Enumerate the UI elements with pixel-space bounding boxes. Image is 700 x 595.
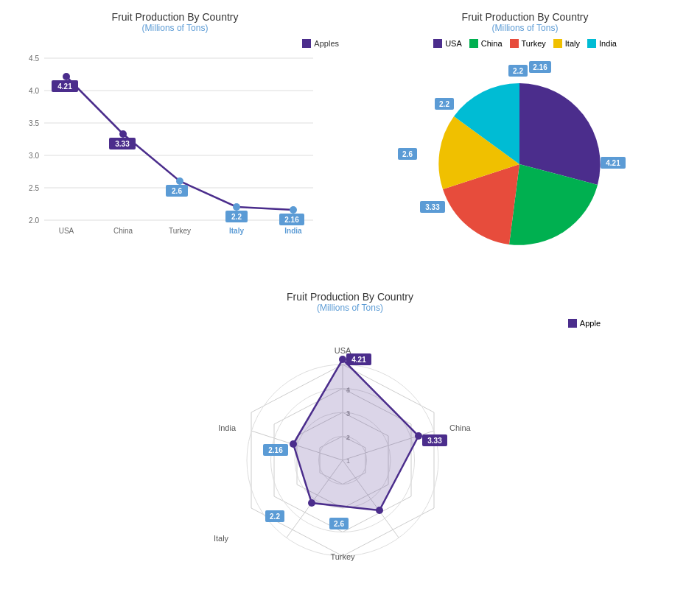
svg-text:Italy: Italy xyxy=(229,227,244,235)
line-chart-subtitle: (Millions of Tons) xyxy=(11,23,339,33)
line-point-usa xyxy=(63,73,70,80)
apples-legend-box xyxy=(302,39,311,48)
svg-text:4.5: 4.5 xyxy=(29,54,39,63)
svg-text:3.33: 3.33 xyxy=(427,437,442,445)
svg-text:2.16: 2.16 xyxy=(284,216,299,224)
radar-label-india: India xyxy=(218,423,237,432)
svg-text:USA: USA xyxy=(59,227,74,235)
svg-text:2.2: 2.2 xyxy=(513,67,523,75)
svg-text:Turkey: Turkey xyxy=(169,227,191,235)
radar-chart-subtitle: (Millions of Tons) xyxy=(11,303,689,313)
line-point-italy xyxy=(233,203,240,211)
svg-text:3.33: 3.33 xyxy=(115,140,130,148)
svg-text:4.0: 4.0 xyxy=(29,87,39,95)
svg-text:3.0: 3.0 xyxy=(29,152,39,160)
line-point-china xyxy=(119,130,127,138)
svg-text:2.6: 2.6 xyxy=(172,187,182,195)
svg-text:2.5: 2.5 xyxy=(29,184,39,192)
svg-text:2.16: 2.16 xyxy=(533,63,547,71)
svg-text:2.6: 2.6 xyxy=(334,520,344,528)
line-point-turkey xyxy=(176,177,183,185)
pie-chart-title: Fruit Production By Country xyxy=(361,11,689,23)
radar-point-turkey xyxy=(376,507,383,514)
line-legend-apples: Apples xyxy=(302,39,339,48)
radar-chart-panel: Fruit Production By Country (Millions of… xyxy=(0,280,700,589)
svg-text:2.2: 2.2 xyxy=(270,513,280,521)
svg-text:2.2: 2.2 xyxy=(439,100,449,108)
svg-text:2.16: 2.16 xyxy=(268,446,283,454)
line-point-india xyxy=(290,206,297,214)
radar-point-italy xyxy=(308,499,315,507)
pie-chart-panel: Fruit Production By Country (Millions of… xyxy=(350,0,700,280)
pie-chart-subtitle: (Millions of Tons) xyxy=(361,23,689,33)
radar-chart-title: Fruit Production By Country xyxy=(11,291,689,303)
svg-text:4.21: 4.21 xyxy=(57,82,72,91)
svg-text:2.6: 2.6 xyxy=(402,150,413,158)
radar-legend: Apple xyxy=(11,319,689,328)
pie-legend-india: India xyxy=(587,39,617,48)
svg-text:India: India xyxy=(284,227,302,235)
line-chart-svg: 4.5 4.0 3.5 3.0 2.5 2.0 USA China Turkey… xyxy=(11,51,321,250)
line-chart-legend: Apples xyxy=(11,39,339,48)
radar-label-china: China xyxy=(449,423,472,432)
line-chart-title: Fruit Production By Country xyxy=(11,11,339,23)
radar-label-turkey: Turkey xyxy=(330,552,355,561)
radar-legend-apple: Apple xyxy=(568,319,601,328)
pie-chart-svg: 4.21 3.33 2.6 2.2 2.2 2.16 xyxy=(361,54,678,267)
radar-point-china xyxy=(415,432,422,440)
radar-point-india xyxy=(290,440,297,448)
pie-legend-italy: Italy xyxy=(553,39,580,48)
pie-legend-china: China xyxy=(469,39,503,48)
svg-text:4.21: 4.21 xyxy=(351,356,366,364)
svg-text:3.33: 3.33 xyxy=(425,203,440,211)
pie-legend-usa: USA xyxy=(433,39,462,48)
charts-container: Fruit Production By Country (Millions of… xyxy=(0,0,700,595)
radar-label-italy: Italy xyxy=(214,534,229,543)
svg-text:2.0: 2.0 xyxy=(29,216,39,225)
svg-text:4.21: 4.21 xyxy=(606,159,620,167)
radar-point-usa xyxy=(339,356,346,363)
radar-chart-svg: 4 3 3 1 2 3 4 xyxy=(11,331,674,582)
svg-text:2.2: 2.2 xyxy=(231,213,242,221)
line-chart-panel: Fruit Production By Country (Millions of… xyxy=(0,0,350,280)
svg-text:3.5: 3.5 xyxy=(29,119,39,127)
apples-legend-label: Apples xyxy=(314,39,339,48)
radar-data-polygon xyxy=(293,359,419,510)
pie-legend-turkey: Turkey xyxy=(510,39,546,48)
pie-chart-legend: USA China Turkey Italy India xyxy=(361,39,689,48)
svg-text:China: China xyxy=(113,227,133,235)
